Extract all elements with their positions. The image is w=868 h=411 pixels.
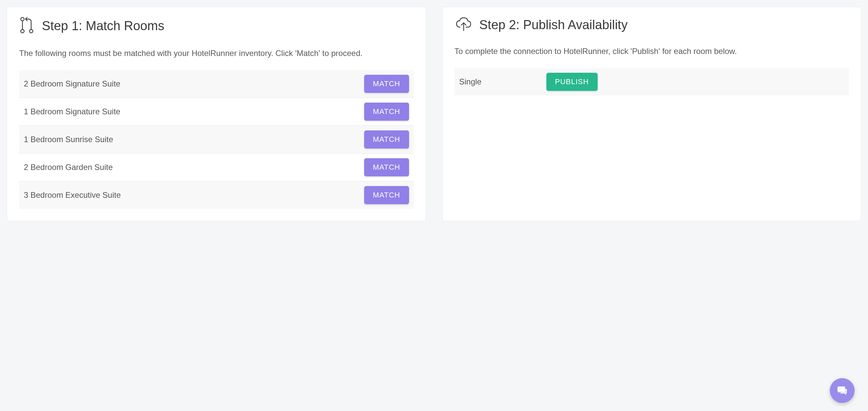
step1-room-list: 2 Bedroom Signature Suite MATCH 1 Bedroo… [19, 70, 414, 209]
match-button[interactable]: MATCH [364, 158, 409, 176]
publish-row: Single PUBLISH [455, 68, 849, 95]
steps-container: Step 1: Match Rooms The following rooms … [7, 7, 861, 221]
step1-header: Step 1: Match Rooms [19, 17, 414, 35]
pull-request-icon [19, 17, 35, 35]
room-name: 2 Bedroom Signature Suite [24, 79, 120, 88]
match-button[interactable]: MATCH [364, 75, 409, 93]
room-name: Single [459, 77, 547, 87]
room-name: 3 Bedroom Executive Suite [24, 190, 121, 200]
step1-card: Step 1: Match Rooms The following rooms … [7, 7, 426, 221]
step2-room-list: Single PUBLISH [455, 68, 849, 95]
svg-point-2 [21, 18, 24, 21]
room-row: 1 Bedroom Signature Suite MATCH [19, 98, 414, 126]
room-row: 1 Bedroom Sunrise Suite MATCH [19, 126, 414, 153]
match-button[interactable]: MATCH [364, 186, 409, 204]
step2-description: To complete the connection to HotelRunne… [455, 45, 849, 57]
room-name: 1 Bedroom Signature Suite [24, 107, 120, 116]
match-button[interactable]: MATCH [364, 102, 409, 121]
step2-header: Step 2: Publish Availability [455, 17, 849, 33]
step1-title: Step 1: Match Rooms [42, 19, 164, 33]
publish-button[interactable]: PUBLISH [547, 73, 598, 91]
room-row: 2 Bedroom Garden Suite MATCH [19, 153, 414, 181]
svg-point-1 [29, 29, 33, 33]
room-name: 1 Bedroom Sunrise Suite [24, 135, 113, 144]
room-name: 2 Bedroom Garden Suite [24, 163, 113, 172]
step2-title: Step 2: Publish Availability [479, 18, 628, 32]
cloud-upload-icon [455, 17, 473, 33]
match-button[interactable]: MATCH [364, 130, 409, 148]
step1-description: The following rooms must be matched with… [19, 47, 414, 59]
room-row: 3 Bedroom Executive Suite MATCH [19, 181, 414, 209]
svg-point-0 [21, 29, 24, 33]
room-row: 2 Bedroom Signature Suite MATCH [19, 70, 414, 98]
step2-card: Step 2: Publish Availability To complete… [442, 7, 862, 221]
